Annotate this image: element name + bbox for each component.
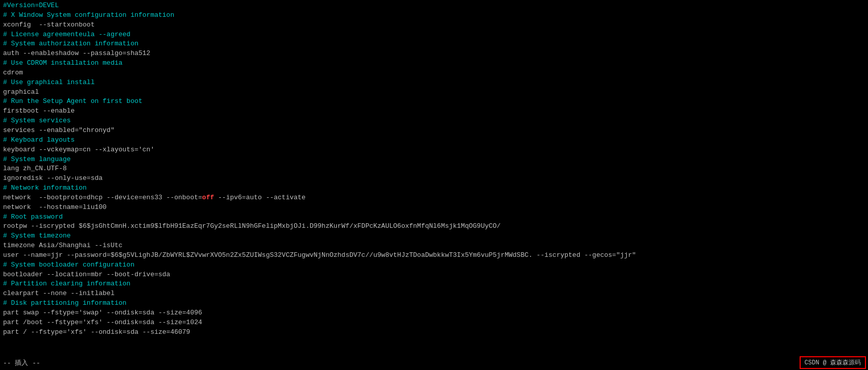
terminal-line: # Use CDROM installation media (3, 59, 865, 68)
terminal-line: lang zh_CN.UTF-8 (3, 164, 865, 174)
terminal-line: part swap --fstype='swap' --ondisk=sda -… (3, 308, 865, 318)
terminal-line: firstboot --enable (3, 107, 865, 116)
terminal-line: clearpart --none --initlabel (3, 289, 865, 299)
terminal-line: # System timezone (3, 231, 865, 241)
terminal-line: part / --fstype='xfs' --ondisk=sda --siz… (3, 328, 865, 337)
terminal-line: # License agreementeula --agreed (3, 30, 865, 40)
terminal-line: # Disk partitioning information (3, 299, 865, 308)
terminal-line: # Use graphical install (3, 78, 865, 88)
terminal-line: # Root password (3, 213, 865, 222)
insert-mode-label: -- 插入 -- (3, 358, 40, 367)
terminal-line: ignoredisk --only-use=sda (3, 174, 865, 183)
terminal-line: bootloader --location=mbr --boot-drive=s… (3, 270, 865, 280)
terminal: #Version=DEVEL# X Window System configur… (0, 0, 868, 370)
terminal-line: # System services (3, 116, 865, 126)
terminal-line: xconfig --startxonboot (3, 20, 865, 30)
terminal-line: cdrom (3, 68, 865, 78)
status-bar: -- 插入 -- (0, 356, 868, 370)
terminal-line: graphical (3, 88, 865, 97)
terminal-line: timezone Asia/Shanghai --isUtc (3, 241, 865, 251)
terminal-line: rootpw --iscrypted $6$jsGhtCmnH.xctim9$l… (3, 222, 865, 231)
terminal-line: # Partition clearing information (3, 279, 865, 289)
terminal-line: # Keyboard layouts (3, 136, 865, 145)
terminal-line: keyboard --vckeymap=cn --xlayouts='cn' (3, 145, 865, 155)
terminal-line: network --hostname=liu100 (3, 203, 865, 213)
terminal-line: # System bootloader configuration (3, 260, 865, 270)
terminal-line: # X Window System configuration informat… (3, 11, 865, 20)
terminal-line: # System language (3, 155, 865, 165)
terminal-line: #Version=DEVEL (3, 1, 865, 11)
terminal-line: # Run the Setup Agent on first boot (3, 97, 865, 107)
terminal-line: network --bootproto=dhcp --device=ens33 … (3, 193, 865, 203)
terminal-line: # System authorization information (3, 39, 865, 49)
terminal-line: part /boot --fstype='xfs' --ondisk=sda -… (3, 318, 865, 328)
terminal-content: #Version=DEVEL# X Window System configur… (3, 1, 865, 337)
terminal-line: auth --enableshadow --passalgo=sha512 (3, 49, 865, 59)
terminal-line: services --enabled="chronyd" (3, 126, 865, 136)
terminal-line: user --name=jjr --password=$6$g5VLighJB/… (3, 251, 865, 260)
watermark: CSDN @ 森森森源码 (800, 356, 866, 369)
terminal-line: # Network information (3, 183, 865, 193)
